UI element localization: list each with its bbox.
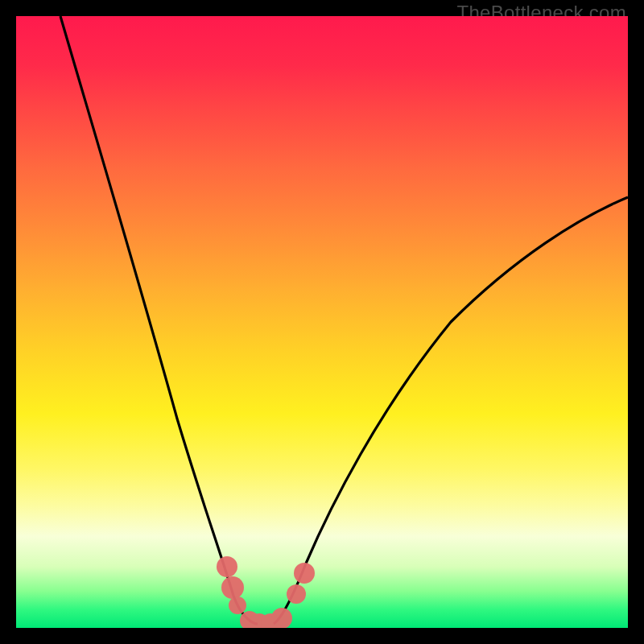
marker-point <box>294 563 315 584</box>
marker-point <box>217 556 237 577</box>
marker-point <box>271 608 292 628</box>
chart-svg <box>16 16 628 628</box>
marker-point <box>221 576 244 599</box>
marker-point <box>287 584 306 604</box>
left-curve <box>60 16 258 624</box>
right-curve <box>274 197 628 624</box>
chart-frame <box>16 16 628 628</box>
marker-point <box>229 597 246 614</box>
marker-group <box>217 556 315 628</box>
